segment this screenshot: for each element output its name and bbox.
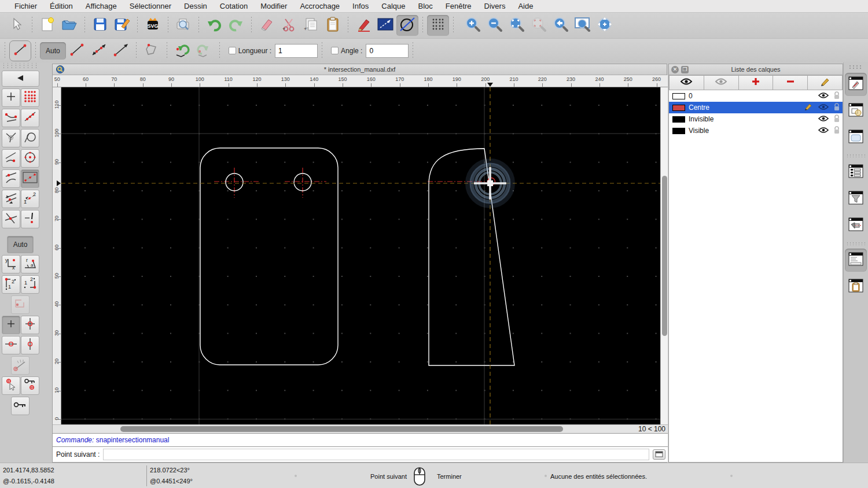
ucs-corner-1-button[interactable]: 12 [2, 275, 20, 294]
menu-divers[interactable]: Divers [478, 0, 512, 13]
restrict-vertical-target-button[interactable] [21, 316, 39, 334]
zoom-auto-button[interactable] [506, 15, 528, 36]
detach-panel-icon[interactable]: ❐ [681, 66, 689, 73]
restrict-orthogonal-button[interactable] [11, 295, 30, 314]
vertical-scrollbar-thumb[interactable] [662, 176, 667, 336]
layer-lock-icon[interactable] [833, 91, 840, 101]
close-panel-icon[interactable]: ✕ [671, 66, 679, 73]
print-preview-button[interactable] [172, 15, 194, 36]
layer-row-0[interactable]: 0 [669, 90, 843, 102]
layer-lock-icon[interactable] [833, 126, 840, 136]
restrict-vertical-button[interactable] [21, 336, 39, 354]
menu-fenetre[interactable]: Fenêtre [439, 0, 478, 13]
drawing-canvas[interactable] [61, 87, 660, 424]
restrict-nothing-button[interactable] [21, 210, 39, 228]
layer-panel-titlebar[interactable]: ✕ ❐ Liste des calques [669, 64, 843, 75]
snap-intersection-manual-button[interactable] [21, 169, 39, 188]
layer-lock-icon[interactable] [833, 103, 840, 113]
block-list-widget-button[interactable] [845, 99, 867, 123]
filter-widget-button[interactable] [845, 187, 867, 210]
select-arrow-button[interactable] [6, 15, 28, 36]
entity-list-widget-button[interactable] [845, 161, 867, 184]
layer-row-invisible[interactable]: Invisible [669, 113, 843, 125]
menu-cotation[interactable]: Cotation [214, 0, 254, 13]
restrict-intersection-button[interactable] [2, 210, 20, 228]
undo-segment-button[interactable] [171, 40, 193, 61]
menu-dessin[interactable]: Dessin [178, 0, 214, 13]
line-ray-button[interactable] [110, 40, 132, 61]
snap-tangent-button[interactable] [21, 129, 39, 147]
open-file-button[interactable] [58, 15, 80, 36]
snap-endpoints-button[interactable] [2, 109, 20, 127]
cut-button[interactable]: + [278, 15, 300, 36]
layer-edit-pencil-icon[interactable] [804, 103, 814, 112]
lock-relative-zero-button[interactable] [21, 376, 39, 395]
menu-aide[interactable]: Aide [512, 0, 539, 13]
coordinate-auto-button[interactable]: Auto [7, 236, 34, 253]
layer-visible-eye-icon[interactable] [818, 103, 829, 112]
show-all-layers-button[interactable] [669, 75, 704, 90]
snap-intersection-auto-button[interactable] [2, 149, 20, 168]
redo-segment-button[interactable] [193, 40, 215, 61]
snap-center-button[interactable] [21, 149, 39, 168]
snap-perpendicular-button[interactable] [2, 129, 20, 147]
grid-toggle-button[interactable] [427, 15, 449, 36]
coordinate-polar-button[interactable]: ra [21, 255, 39, 273]
line-segment-button[interactable] [66, 40, 88, 61]
line-rectangle-button[interactable] [374, 15, 396, 36]
erase-button[interactable] [256, 15, 278, 36]
zoom-out-button[interactable] [484, 15, 506, 36]
snap-angle-button[interactable] [11, 356, 30, 375]
snap-on-entity-button[interactable] [21, 109, 39, 127]
polygon-close-button[interactable] [141, 40, 163, 61]
redo-button[interactable] [225, 15, 247, 36]
draw-pen-button[interactable] [352, 15, 374, 36]
coordinate-cartesian-button[interactable]: yx [2, 255, 20, 273]
horizontal-scrollbar-thumb[interactable] [120, 426, 563, 432]
save-as-button[interactable] [111, 15, 133, 36]
menu-edition[interactable]: Édition [43, 0, 79, 13]
paste-button[interactable] [322, 15, 344, 36]
zoom-back-button[interactable] [550, 15, 572, 36]
set-relative-zero-button[interactable] [2, 376, 20, 395]
zoom-in-button[interactable] [462, 15, 484, 36]
remove-layer-button[interactable] [773, 75, 808, 90]
lock-layer-button[interactable] [11, 397, 30, 415]
menu-infos[interactable]: Infos [346, 0, 375, 13]
vertical-scrollbar[interactable] [660, 87, 668, 424]
menu-calque[interactable]: Calque [375, 0, 411, 13]
zoom-previous-button[interactable] [528, 15, 550, 36]
snap-distance-button[interactable]: 12 [21, 190, 39, 208]
angle-input[interactable] [366, 44, 409, 58]
length-checkbox[interactable] [229, 47, 236, 54]
save-button[interactable] [89, 15, 111, 36]
snap-middle-button[interactable] [2, 169, 20, 188]
edit-layer-button[interactable] [808, 75, 843, 90]
new-file-button[interactable] [36, 15, 58, 36]
snap-entity-arrows-button[interactable] [2, 190, 20, 208]
zoom-window-button[interactable] [572, 15, 594, 36]
layer-lock-icon[interactable] [833, 114, 840, 124]
snap-back-button[interactable] [2, 71, 39, 87]
undo-button[interactable] [203, 15, 225, 36]
horizontal-scrollbar[interactable]: 10 < 100 [53, 424, 668, 433]
angle-checkbox[interactable] [331, 47, 339, 54]
zoom-pan-button[interactable] [594, 15, 616, 36]
restrict-horizontal-button[interactable] [2, 336, 20, 354]
length-input[interactable] [275, 44, 318, 58]
relative-zero-free-button[interactable] [2, 316, 20, 334]
menu-selectionner[interactable]: Sélectionner [123, 0, 178, 13]
menu-bloc[interactable]: Bloc [411, 0, 439, 13]
layer-visible-eye-icon[interactable] [818, 127, 829, 135]
export-svg-button[interactable]: SVG [142, 15, 164, 36]
ucs-corner-2-button[interactable]: 12 [21, 275, 39, 294]
snap-grid-button[interactable] [21, 88, 39, 107]
layer-list-widget-button[interactable] [845, 73, 867, 96]
line-auto-mode-button[interactable]: Auto [40, 42, 66, 60]
pen-wizard-widget-button[interactable] [845, 214, 867, 237]
command-panel-toggle-button[interactable] [653, 449, 665, 460]
current-tool-line-button[interactable] [9, 40, 31, 61]
copy-button[interactable]: + [300, 15, 322, 36]
clipboard-widget-button[interactable] [845, 275, 867, 298]
menu-affichage[interactable]: Affichage [79, 0, 123, 13]
